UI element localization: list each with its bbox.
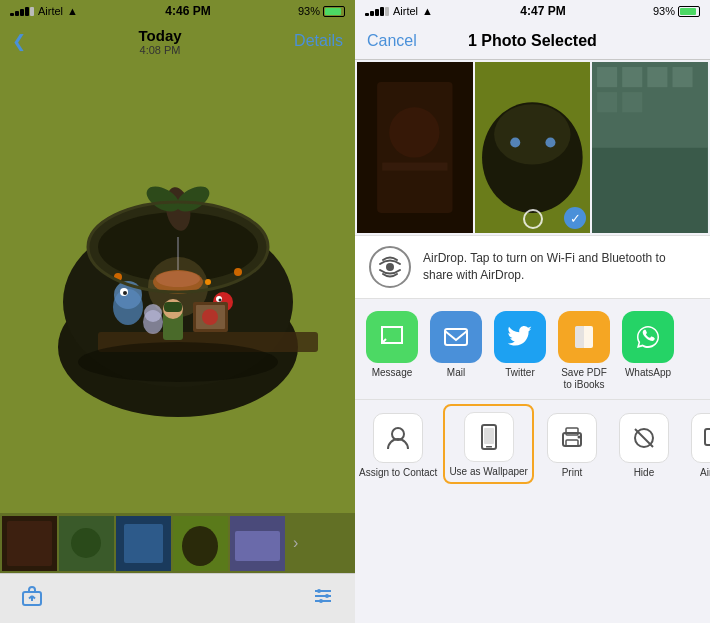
svg-point-26 — [144, 304, 162, 322]
main-artwork — [38, 147, 318, 427]
airplay-icon — [691, 413, 710, 463]
svg-point-30 — [78, 342, 278, 382]
back-button[interactable]: ❮ — [12, 31, 26, 52]
battery-fill-left — [325, 8, 341, 15]
mail-app-icon — [430, 311, 482, 363]
right-status-right: 93% — [653, 5, 700, 17]
svg-rect-33 — [7, 521, 52, 566]
action-hide[interactable]: Hide — [608, 405, 680, 483]
expand-arrow[interactable]: › — [287, 534, 304, 552]
svg-rect-74 — [575, 326, 584, 348]
svg-rect-67 — [673, 67, 693, 87]
action-print[interactable]: Print — [536, 405, 608, 483]
thumbnail-4[interactable] — [173, 516, 228, 571]
svg-point-59 — [510, 137, 520, 147]
thumbnail-1[interactable] — [2, 516, 57, 571]
wifi-icon-right: ▲ — [422, 5, 433, 17]
svg-rect-41 — [235, 531, 280, 561]
nav-bar-left: ❮ Today 4:08 PM Details — [0, 22, 355, 60]
signal-dot-r1 — [365, 13, 369, 16]
share-app-whatsapp[interactable]: WhatsApp — [619, 311, 677, 379]
signal-dot-5 — [30, 7, 34, 16]
share-app-mail[interactable]: Mail — [427, 311, 485, 379]
details-button[interactable]: Details — [294, 32, 343, 50]
svg-rect-37 — [124, 524, 163, 563]
action-use-wallpaper[interactable]: Use as Wallpaper — [443, 404, 534, 484]
adjust-button[interactable] — [311, 584, 335, 613]
print-label: Print — [562, 467, 583, 479]
status-bar-left: Airtel ▲ 4:46 PM 93% — [0, 0, 355, 22]
left-status-left: Airtel ▲ — [10, 5, 78, 17]
main-image-area — [0, 60, 355, 513]
svg-rect-68 — [597, 92, 617, 112]
signal-dot-4 — [25, 7, 29, 16]
battery-icon-left — [323, 6, 345, 17]
airdrop-description: AirDrop. Tap to turn on Wi-Fi and Blueto… — [423, 250, 696, 284]
airdrop-section[interactable]: AirDrop. Tap to turn on Wi-Fi and Blueto… — [355, 235, 710, 299]
message-app-icon — [366, 311, 418, 363]
airdrop-icon — [369, 246, 411, 288]
battery-pct-right: 93% — [653, 5, 675, 17]
svg-point-39 — [182, 526, 218, 566]
thumbnail-2[interactable] — [59, 516, 114, 571]
hide-icon — [619, 413, 669, 463]
share-button[interactable] — [20, 584, 44, 613]
svg-rect-69 — [623, 92, 643, 112]
svg-point-35 — [71, 528, 101, 558]
share-app-twitter[interactable]: Twitter — [491, 311, 549, 379]
svg-rect-63 — [592, 148, 708, 233]
thumbnail-strip[interactable]: › — [0, 513, 355, 573]
carrier-name-left: Airtel — [38, 5, 63, 17]
ibooks-app-label: Save PDF to iBooks — [556, 367, 612, 391]
svg-point-82 — [577, 436, 580, 439]
photo-thumb-3[interactable] — [592, 62, 708, 233]
action-row: Assign to Contact Use as Wallpaper — [355, 400, 710, 488]
print-icon — [547, 413, 597, 463]
wifi-icon-left: ▲ — [67, 5, 78, 17]
svg-point-54 — [389, 107, 439, 157]
svg-rect-18 — [164, 302, 182, 312]
photo-thumb-2[interactable]: ✓ — [475, 62, 591, 233]
svg-point-58 — [494, 104, 570, 164]
bottom-toolbar-left — [0, 573, 355, 623]
svg-rect-71 — [445, 329, 467, 345]
assign-contact-icon — [373, 413, 423, 463]
carrier-name-right: Airtel — [393, 5, 418, 17]
svg-rect-78 — [486, 446, 492, 448]
right-panel: Airtel ▲ 4:47 PM 93% Cancel 1 Photo Sele… — [355, 0, 710, 623]
svg-point-15 — [123, 291, 127, 295]
nav-subtitle-text: 4:08 PM — [139, 44, 182, 56]
thumbnail-3[interactable] — [116, 516, 171, 571]
svg-point-60 — [545, 137, 555, 147]
left-panel: Airtel ▲ 4:46 PM 93% ❮ Today 4:08 PM Det… — [0, 0, 355, 623]
signal-strength-left — [10, 7, 34, 16]
svg-point-49 — [317, 589, 321, 593]
action-airplay[interactable]: AirPlay — [680, 405, 710, 483]
airplay-label: AirPlay — [700, 467, 710, 479]
thumbnail-5[interactable] — [230, 516, 285, 571]
photo-grid[interactable]: ✓ — [355, 60, 710, 235]
svg-point-24 — [202, 309, 218, 325]
svg-point-21 — [218, 298, 221, 301]
time-right: 4:47 PM — [520, 4, 565, 18]
signal-dot-r3 — [375, 9, 379, 16]
svg-rect-64 — [597, 67, 617, 87]
signal-dot-r2 — [370, 11, 374, 16]
photo-thumb-1[interactable] — [357, 62, 473, 233]
action-assign-contact[interactable]: Assign to Contact — [355, 405, 441, 483]
svg-rect-65 — [623, 67, 643, 87]
whatsapp-app-label: WhatsApp — [625, 367, 671, 379]
signal-dot-r5 — [385, 7, 389, 16]
use-wallpaper-icon — [464, 412, 514, 462]
status-bar-right: Airtel ▲ 4:47 PM 93% — [355, 0, 710, 22]
hide-label: Hide — [634, 467, 655, 479]
mail-app-label: Mail — [447, 367, 465, 379]
left-status-right: Airtel ▲ — [365, 5, 433, 17]
airdrop-desc-text: AirDrop. Tap to turn on Wi-Fi and Blueto… — [423, 251, 666, 282]
nav-title-left: Today 4:08 PM — [139, 27, 182, 56]
share-app-message[interactable]: Message — [363, 311, 421, 379]
cancel-button[interactable]: Cancel — [367, 32, 417, 50]
signal-dot-r4 — [380, 7, 384, 16]
twitter-app-label: Twitter — [505, 367, 534, 379]
share-app-ibooks[interactable]: Save PDF to iBooks — [555, 311, 613, 391]
